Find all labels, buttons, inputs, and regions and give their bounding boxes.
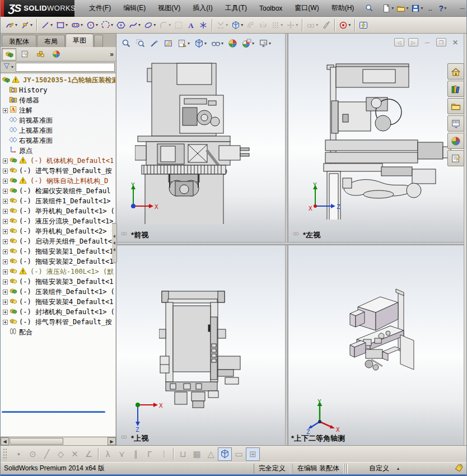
viewport-left[interactable]: Y Z X *左视 [288, 34, 466, 242]
viewport-top[interactable]: X Z *上视 [116, 245, 285, 445]
tree-component-10[interactable]: (-) 拖链安装架2_Default<1 [1, 256, 115, 267]
move-entities-button[interactable]: ▾ [284, 18, 300, 32]
grid-display-button[interactable]: ▦ [190, 447, 204, 461]
solidworks-resources-button[interactable] [447, 63, 464, 80]
mirror-entities-button[interactable] [257, 18, 269, 32]
point-button[interactable] [197, 18, 209, 32]
viewport-vertical-splitter[interactable] [285, 34, 288, 445]
tree-component-7[interactable]: (-) 举升机构_Default<2> ( [1, 226, 115, 236]
view-palette-button[interactable] [447, 115, 464, 132]
linear-pattern-button[interactable]: ▾ [269, 18, 284, 32]
rollback-bar[interactable] [2, 411, 105, 413]
expand-icon[interactable] [3, 300, 8, 305]
repair-sketch-button[interactable] [320, 18, 332, 32]
tree-component-11[interactable]: (-) 液压站-100L<1> (默 [1, 267, 115, 277]
tree-horizontal-scrollbar[interactable]: ◀ ▶ [1, 437, 116, 445]
search-button[interactable] [363, 2, 375, 15]
zoom-to-selection-button[interactable] [148, 36, 161, 50]
tree-component-8[interactable]: (-) 启动开关组件_Default< [1, 236, 115, 246]
spline-button[interactable]: ▾ [127, 18, 142, 32]
status-custom-dropdown[interactable]: 自定义▴ [365, 464, 404, 474]
expand-icon[interactable] [3, 310, 8, 315]
single-viewport-button[interactable]: ▭ [232, 447, 246, 461]
menu-7[interactable]: 帮助(H) [326, 1, 360, 15]
point-snap-button[interactable]: • [12, 447, 26, 461]
edit-appearance-button[interactable] [226, 36, 239, 50]
file-explorer-button[interactable] [447, 98, 464, 114]
expand-icon[interactable] [3, 169, 8, 174]
polygon-button[interactable] [115, 18, 127, 32]
intersection-snap-button[interactable]: ✕ [68, 447, 82, 461]
toolbar-grip[interactable] [3, 448, 7, 460]
tab-布局[interactable]: 布局 [37, 35, 65, 47]
next-pane-button[interactable]: ▷ [408, 38, 418, 46]
tree-component-5[interactable]: (-) 举升机构_Default<1> ( [1, 206, 115, 216]
custom-properties-button[interactable] [447, 150, 464, 166]
more-tabs-chevron[interactable]: » [110, 50, 113, 58]
text-button[interactable]: A [185, 18, 197, 32]
trim-entities-button[interactable]: ▾ [214, 18, 230, 32]
displaymanager-tab[interactable] [49, 48, 63, 60]
rapid-sketch-button[interactable] [357, 18, 370, 32]
expand-icon[interactable] [3, 269, 8, 274]
viewport-dimetric[interactable]: Y X Z *上下二等角轴测 [288, 245, 466, 445]
3d-drawing-view-button[interactable] [218, 447, 232, 461]
zoom-to-area-button[interactable] [134, 36, 147, 50]
zoom-to-fit-button[interactable] [120, 36, 133, 50]
section-view-button[interactable] [162, 36, 175, 50]
ellipse-button[interactable]: ▾ [142, 18, 157, 32]
expand-icon[interactable] [3, 249, 8, 254]
tag-icon[interactable] [454, 463, 463, 474]
help-button[interactable]: ?▾ [436, 2, 449, 15]
angle-display-button[interactable]: △ [204, 447, 218, 461]
menu-4[interactable]: 工具(T) [220, 1, 253, 15]
tree-plane-0[interactable]: 前视基准面 [1, 115, 115, 125]
scroll-left-button[interactable]: ◀ [1, 437, 9, 445]
expand-icon[interactable] [3, 219, 8, 224]
expand-icon[interactable] [3, 320, 8, 325]
expand-icon[interactable] [3, 290, 8, 295]
view-orientation-button[interactable]: ▾ [176, 36, 192, 50]
doc-minimize-button[interactable]: ─ [422, 38, 432, 46]
tree-root[interactable]: JY-1502035-1凸轮轴压装检漏 [1, 75, 115, 85]
tab-草图[interactable]: 草图 [66, 34, 94, 47]
scroll-thumb[interactable] [10, 438, 63, 445]
doc-restore-button[interactable]: ❐ [436, 38, 446, 46]
tree-component-15[interactable]: (-) 封堵机构_Default<1> ( [1, 307, 115, 317]
line-snap-button[interactable]: ╱ [40, 447, 54, 461]
tree-component-13[interactable]: (-) 压装组件_Default<1> ( [1, 287, 115, 297]
expand-icon[interactable] [3, 279, 8, 284]
tangent-snap-button[interactable]: λ [101, 447, 115, 461]
smart-dimension-button[interactable]: ▾ [19, 18, 34, 32]
previous-pane-button[interactable]: ◁ [394, 38, 404, 46]
expand-icon[interactable] [3, 179, 8, 184]
tree-component-16[interactable]: (-) 排气导料管_Default_按 [1, 317, 115, 327]
tree-sensors[interactable]: 传感器 [1, 95, 115, 105]
filter-button[interactable]: ▾ [2, 60, 15, 74]
straight-slot-button[interactable]: ▾ [69, 18, 85, 32]
grid-points-snap-button[interactable]: ⁞ [157, 447, 171, 461]
expand-icon[interactable] [3, 229, 8, 234]
toolbar-overflow[interactable]: .. [424, 2, 436, 15]
expand-icon[interactable] [3, 209, 8, 214]
appearances-scenes-button[interactable] [447, 133, 464, 149]
apply-scene-button[interactable]: ▾ [240, 36, 256, 50]
perpendicular-snap-button[interactable]: Γ [143, 447, 157, 461]
snap-to-lines-button[interactable]: ⊔ [176, 447, 190, 461]
tree-component-6[interactable]: (-) 液压分流块_Default<1> [1, 216, 115, 226]
expand-icon[interactable] [3, 189, 8, 194]
convert-entities-button[interactable]: ▾ [230, 18, 245, 32]
corner-rectangle-button[interactable]: ▾ [54, 18, 69, 32]
menu-3[interactable]: 插入(I) [187, 1, 218, 15]
configurationmanager-tab[interactable] [33, 48, 48, 60]
view-settings-button[interactable]: ▾ [257, 36, 273, 50]
tree-component-0[interactable]: (-) 机体机构_Default<1 [1, 156, 115, 166]
menu-0[interactable]: 文件(F) [83, 1, 116, 15]
hide-show-items-button[interactable]: ▾ [209, 36, 225, 50]
menu-1[interactable]: 编辑(E) [118, 1, 151, 15]
expand-icon[interactable] [3, 199, 8, 204]
tree-plane-2[interactable]: 右视基准面 [1, 136, 115, 146]
tree-component-4[interactable]: (-) 压装组件1_Default<1> [1, 196, 115, 206]
quick-snaps-button[interactable]: ▾ [337, 18, 352, 32]
three-point-arc-button[interactable]: ▾ [100, 18, 115, 32]
